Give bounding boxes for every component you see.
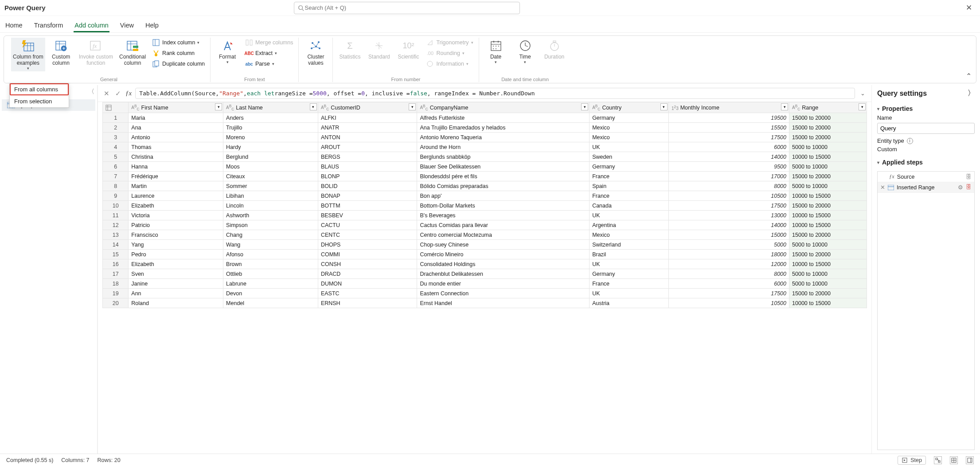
cell[interactable]: 15000 xyxy=(668,230,789,240)
cell[interactable]: Spain xyxy=(590,181,669,191)
cell[interactable]: 15000 to 20000 xyxy=(789,133,867,142)
cell[interactable]: Franscisco xyxy=(129,230,223,240)
table-row[interactable]: 7FrédériqueCiteauxBLONPBlondesddsl pére … xyxy=(103,172,867,181)
cell[interactable]: BERGS xyxy=(318,152,417,162)
row-number[interactable]: 13 xyxy=(103,230,129,240)
row-number[interactable]: 6 xyxy=(103,162,129,172)
table-row[interactable]: 6HannaMoosBLAUSBlauer See DelikatessenGe… xyxy=(103,162,867,172)
cell[interactable]: BLAUS xyxy=(318,162,417,172)
cell[interactable]: 14000 xyxy=(668,220,789,230)
cell[interactable]: Germany xyxy=(590,269,669,279)
cell[interactable]: Alfreds Futterkiste xyxy=(417,113,590,123)
cell[interactable]: Thomas xyxy=(129,142,223,152)
cell[interactable]: 5000 to 10000 xyxy=(789,181,867,191)
cell[interactable]: B's Beverages xyxy=(417,211,590,220)
table-row[interactable]: 11VictoriaAshworthBESBEVB's BeveragesUK1… xyxy=(103,211,867,220)
table-row[interactable]: 16ElizabethBrownCONSHConsolidated Holdin… xyxy=(103,259,867,269)
cell[interactable]: Hardy xyxy=(223,142,318,152)
row-number[interactable]: 2 xyxy=(103,123,129,133)
cell[interactable]: Mendel xyxy=(223,298,318,308)
cell[interactable]: Chang xyxy=(223,230,318,240)
cell[interactable]: 15000 to 20000 xyxy=(789,172,867,181)
cell[interactable]: Austria xyxy=(590,298,669,308)
cell[interactable]: Mexico xyxy=(590,123,669,133)
cell[interactable]: 18000 xyxy=(668,250,789,259)
data-grid[interactable]: ABCFirst Name▾ ABCLast Name▾ ABCCustomer… xyxy=(102,102,867,308)
cell[interactable]: UK xyxy=(590,259,669,269)
cell[interactable]: ALFKI xyxy=(318,113,417,123)
cell[interactable]: Moos xyxy=(223,162,318,172)
cell[interactable]: CONSH xyxy=(318,259,417,269)
cell[interactable]: Centro comercial Moctezuma xyxy=(417,230,590,240)
cell[interactable]: Labrune xyxy=(223,279,318,289)
col-monthly-income[interactable]: 123Monthly Income▾ xyxy=(668,102,789,113)
cell[interactable]: Roland xyxy=(129,298,223,308)
custom-column-button[interactable]: Custom column xyxy=(48,38,74,67)
cell[interactable]: Afonso xyxy=(223,250,318,259)
cell[interactable]: Elizabeth xyxy=(129,201,223,211)
table-row[interactable]: 4ThomasHardyAROUTAround the HornUK600050… xyxy=(103,142,867,152)
cell[interactable]: Frédérique xyxy=(129,172,223,181)
cell[interactable]: Trujillo xyxy=(223,123,318,133)
cell[interactable]: Ana xyxy=(129,123,223,133)
cell[interactable]: Bottom-Dollar Markets xyxy=(417,201,590,211)
cell[interactable]: 5000 xyxy=(668,240,789,250)
cell[interactable]: 10000 to 15000 xyxy=(789,191,867,201)
table-row[interactable]: 19AnnDevonEASTCEastern ConnectionUK17500… xyxy=(103,289,867,298)
formula-expand-icon[interactable]: ⌄ xyxy=(859,90,867,97)
tab-transform[interactable]: Transform xyxy=(33,19,64,32)
select-all-corner[interactable] xyxy=(103,102,129,113)
cell[interactable]: UK xyxy=(590,142,669,152)
cell[interactable]: Ottlieb xyxy=(223,269,318,279)
step-source[interactable]: ƒx Source 🗄 xyxy=(878,172,974,182)
cell[interactable]: Eastern Connection xyxy=(417,289,590,298)
row-number[interactable]: 4 xyxy=(103,142,129,152)
col-country[interactable]: ABCCountry▾ xyxy=(590,102,669,113)
col-first-name[interactable]: ABCFirst Name▾ xyxy=(129,102,223,113)
cell[interactable]: Around the Horn xyxy=(417,142,590,152)
table-row[interactable]: 17SvenOttliebDRACDDrachenblut Delikatess… xyxy=(103,269,867,279)
step-button[interactable]: Step xyxy=(898,456,926,465)
col-range[interactable]: ABCRange▾ xyxy=(789,102,867,113)
from-selection-item[interactable]: From selection xyxy=(10,95,69,107)
cell[interactable]: 9500 xyxy=(668,162,789,172)
cell[interactable]: 6000 xyxy=(668,142,789,152)
table-row[interactable]: 15PedroAfonsoCOMMIComércio MineiroBrazil… xyxy=(103,250,867,259)
cell[interactable]: Maria xyxy=(129,113,223,123)
index-column-button[interactable]: Index column ▾ xyxy=(150,38,207,47)
search-box[interactable] xyxy=(294,2,520,14)
cell[interactable]: BOLID xyxy=(318,181,417,191)
cell[interactable]: COMMI xyxy=(318,250,417,259)
cell[interactable]: Hanna xyxy=(129,162,223,172)
cell[interactable]: Germany xyxy=(590,162,669,172)
cell[interactable]: 17000 xyxy=(668,172,789,181)
row-number[interactable]: 18 xyxy=(103,279,129,289)
info-icon[interactable]: i xyxy=(907,138,913,144)
cell[interactable]: 5000 to 10000 xyxy=(789,279,867,289)
format-button[interactable]: Format ▾ xyxy=(214,38,241,65)
commit-formula-icon[interactable]: ✓ xyxy=(114,90,122,98)
parse-button[interactable]: abcParse ▾ xyxy=(243,59,295,69)
row-number[interactable]: 5 xyxy=(103,152,129,162)
cell[interactable]: AROUT xyxy=(318,142,417,152)
properties-section[interactable]: Properties xyxy=(877,105,975,112)
cell[interactable]: 5000 to 10000 xyxy=(789,240,867,250)
row-number[interactable]: 9 xyxy=(103,191,129,201)
collapse-queries-icon[interactable]: 〈 xyxy=(88,88,94,96)
cell[interactable]: Bólido Comidas preparadas xyxy=(417,181,590,191)
cell[interactable]: 5000 to 10000 xyxy=(789,142,867,152)
cell[interactable]: 13000 xyxy=(668,211,789,220)
cancel-formula-icon[interactable]: ✕ xyxy=(102,90,110,98)
tab-help[interactable]: Help xyxy=(144,19,160,32)
table-row[interactable]: 12PatricioSimpsonCACTUCactus Comidas par… xyxy=(103,220,867,230)
cell[interactable]: Antonio Moreno Taqueria xyxy=(417,133,590,142)
cell[interactable]: France xyxy=(590,191,669,201)
diagram-view-icon[interactable] xyxy=(934,456,942,464)
cell[interactable]: 15000 to 20000 xyxy=(789,289,867,298)
cell[interactable]: EASTC xyxy=(318,289,417,298)
row-number[interactable]: 14 xyxy=(103,240,129,250)
cell[interactable]: Consolidated Holdings xyxy=(417,259,590,269)
cell[interactable]: 5000 to 10000 xyxy=(789,269,867,279)
table-row[interactable]: 18JanineLabruneDUMONDu monde entierFranc… xyxy=(103,279,867,289)
cell[interactable]: Elizabeth xyxy=(129,259,223,269)
